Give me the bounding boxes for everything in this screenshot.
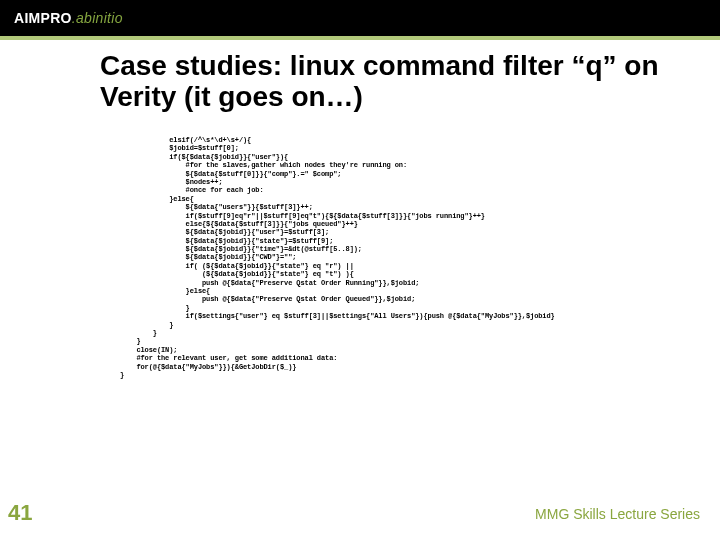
- footer-text: MMG Skills Lecture Series: [535, 506, 700, 522]
- slide: AIMPRO.abinitio Case studies: linux comm…: [0, 0, 720, 540]
- header-accent-bar: [0, 36, 720, 40]
- slide-number: 41: [8, 500, 32, 526]
- logo: AIMPRO.abinitio: [14, 10, 123, 26]
- header-band: AIMPRO.abinitio: [0, 0, 720, 36]
- code-block: elsif(/^\s*\d+\s+/){ $jobid=$stuff[0]; i…: [120, 136, 680, 379]
- slide-title: Case studies: linux command filter “q” o…: [100, 50, 692, 113]
- logo-part2: abinitio: [76, 10, 123, 26]
- logo-part1: AIMPRO: [14, 10, 72, 26]
